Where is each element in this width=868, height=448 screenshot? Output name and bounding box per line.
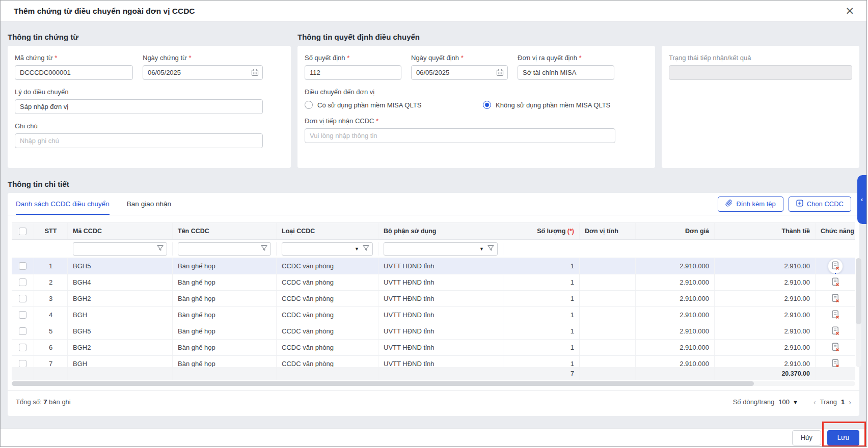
row-checkbox-cell	[12, 340, 34, 355]
table-summary-row: 7 20.370.00	[12, 367, 855, 380]
row-checkbox[interactable]	[19, 295, 26, 302]
col-so-luong[interactable]: Số lượng (*)	[503, 223, 580, 239]
col-loai-ccdc[interactable]: Loại CCDC	[277, 223, 378, 239]
section-document-info: Thông tin chứng từ Mã chứng từ * Ngày ch…	[8, 28, 291, 168]
radio-checked-icon[interactable]	[483, 101, 491, 109]
vertical-scrollbar[interactable]	[856, 258, 861, 367]
save-button[interactable]: Lưu	[827, 430, 859, 445]
prev-page-icon[interactable]: ‹	[813, 398, 816, 406]
cell-don-gia: 2.910.000	[636, 291, 715, 306]
plus-square-icon	[796, 200, 803, 208]
select-all-checkbox[interactable]	[19, 228, 26, 235]
funnel-icon[interactable]	[487, 245, 494, 253]
summary-thanh-tien: 20.370.00	[715, 367, 816, 380]
filter-bo-phan-select[interactable]: ▼	[384, 242, 498, 256]
table-row[interactable]: 1BGH5Bàn ghế họpCCDC văn phòngUVTT HĐND …	[12, 258, 855, 274]
funnel-icon[interactable]	[157, 245, 164, 253]
col-bo-phan[interactable]: Bộ phận sử dụng	[378, 223, 503, 239]
don-vi-ra-input[interactable]	[518, 65, 614, 80]
vertical-scrollbar-thumb[interactable]	[856, 258, 861, 324]
col-stt[interactable]: STT	[34, 223, 68, 239]
calendar-icon[interactable]	[496, 69, 504, 78]
ma-chung-tu-input[interactable]	[15, 65, 133, 80]
remove-row-icon[interactable]	[828, 341, 843, 355]
table-row[interactable]: 3BGH2Bàn ghế họpCCDC văn phòngUVTT HĐND …	[12, 291, 855, 307]
close-icon[interactable]: ✕	[845, 6, 854, 16]
cell-so-luong: 1	[503, 340, 580, 355]
tab-ban-giao-nhan[interactable]: Ban giao nhận	[127, 193, 171, 215]
horizontal-scrollbar-thumb[interactable]	[12, 381, 754, 386]
filter-ten-ccdc-input[interactable]	[178, 242, 271, 256]
radio-not-use-misa-qlts[interactable]: Không sử dụng phần mềm MISA QLTS	[483, 101, 610, 109]
radio-not-use-label: Không sử dụng phần mềm MISA QLTS	[496, 101, 610, 109]
col-thanh-tien[interactable]: Thành tiề	[715, 223, 816, 239]
document-info-card: Mã chứng từ * Ngày chứng từ *	[8, 46, 291, 168]
don-vi-tiep-nhan-label: Đơn vị tiếp nhận CCDC	[305, 117, 374, 125]
choose-ccdc-button[interactable]: Chọn CCDC	[789, 197, 851, 212]
cell-thanh-tien: 2.910.00	[715, 258, 816, 274]
row-checkbox[interactable]	[19, 327, 26, 335]
row-checkbox[interactable]	[19, 262, 26, 270]
remove-row-icon[interactable]	[828, 308, 843, 322]
cell-don-gia: 2.910.000	[636, 274, 715, 290]
remove-row-icon[interactable]	[828, 259, 843, 273]
next-page-icon[interactable]: ›	[849, 398, 851, 406]
col-ten-ccdc[interactable]: Tên CCDC	[173, 223, 277, 239]
filter-loai-ccdc-select[interactable]: ▼	[282, 242, 373, 256]
filter-ma-ccdc-input[interactable]	[73, 242, 167, 256]
collapse-panel-handle[interactable]: ‹	[857, 175, 866, 224]
col-don-vi-tinh[interactable]: Đơn vị tính	[580, 223, 636, 239]
attach-file-button[interactable]: Đính kèm tệp	[718, 197, 783, 212]
ngay-chung-tu-input[interactable]	[143, 65, 263, 80]
cell-thanh-tien: 2.910.00	[715, 274, 816, 290]
row-checkbox[interactable]	[19, 360, 26, 367]
cell-don-vi-tinh	[580, 323, 636, 339]
cell-ten-ccdc: Bàn ghế họp	[173, 356, 277, 367]
cell-chuc-nang	[816, 323, 855, 339]
ngay-quyet-dinh-input[interactable]	[411, 65, 508, 80]
row-checkbox[interactable]	[19, 311, 26, 319]
funnel-icon[interactable]	[261, 245, 267, 253]
col-don-gia[interactable]: Đơn giá	[636, 223, 715, 239]
cell-ma-ccdc: BGH4	[68, 274, 173, 290]
don-vi-tiep-nhan-input[interactable]	[305, 128, 615, 143]
modal-body: Thông tin chứng từ Mã chứng từ * Ngày ch…	[1, 22, 866, 416]
cell-loai-ccdc: CCDC văn phòng	[277, 291, 378, 306]
cell-so-luong: 1	[503, 307, 580, 323]
table-row[interactable]: 7BGHBàn ghế họpCCDC văn phòngUVTT HĐND t…	[12, 356, 855, 367]
horizontal-scrollbar[interactable]	[12, 381, 855, 386]
cell-don-gia: 2.910.000	[636, 258, 715, 274]
row-checkbox[interactable]	[19, 278, 26, 286]
cell-ten-ccdc: Bàn ghế họp	[173, 291, 277, 306]
table-row[interactable]: 6BGH2Bàn ghế họpCCDC văn phòngUVTT HĐND …	[12, 340, 855, 356]
rows-per-page-select[interactable]: 100 ▼	[778, 398, 798, 406]
remove-row-icon[interactable]	[828, 324, 843, 339]
col-ma-ccdc[interactable]: Mã CCDC	[68, 223, 173, 239]
ly-do-input[interactable]	[15, 99, 263, 114]
status-card: Trạng thái tiếp nhận/kết quả	[662, 46, 859, 168]
radio-use-misa-qlts[interactable]: Có sử dụng phần mềm MISA QLTS	[305, 101, 483, 109]
ccdc-table: STT Mã CCDC Tên CCDC Loại CCDC Bộ phận s…	[12, 222, 855, 380]
so-quyet-dinh-label: Số quyết định	[305, 54, 345, 62]
radio-unchecked-icon[interactable]	[305, 101, 313, 109]
table-row[interactable]: 4BGHBàn ghế họpCCDC văn phòngUVTT HĐND t…	[12, 307, 855, 323]
ghi-chu-input[interactable]	[15, 133, 263, 148]
table-row[interactable]: 5BGH5Bàn ghế họpCCDC văn phòngUVTT HĐND …	[12, 323, 855, 340]
calendar-icon[interactable]	[251, 69, 259, 78]
caret-down-icon[interactable]: ▼	[479, 246, 484, 251]
row-checkbox[interactable]	[19, 344, 26, 351]
required-asterisk: *	[55, 54, 57, 62]
cell-chuc-nang	[816, 340, 855, 355]
cancel-button[interactable]: Hủy	[792, 430, 821, 445]
row-checkbox-cell	[12, 291, 34, 306]
caret-down-icon[interactable]: ▼	[355, 246, 359, 251]
remove-row-icon[interactable]	[828, 292, 843, 306]
so-quyet-dinh-input[interactable]	[305, 65, 401, 80]
remove-row-icon[interactable]	[828, 357, 843, 368]
funnel-icon[interactable]	[363, 245, 369, 253]
cell-don-vi-tinh	[580, 274, 636, 290]
table-row[interactable]: 2BGH4Bàn ghế họpCCDC văn phòngUVTT HĐND …	[12, 274, 855, 291]
remove-row-icon[interactable]	[828, 275, 843, 290]
summary-so-luong: 7	[503, 367, 580, 380]
tab-danh-sach-ccdc[interactable]: Danh sách CCDC điều chuyển	[16, 193, 110, 215]
